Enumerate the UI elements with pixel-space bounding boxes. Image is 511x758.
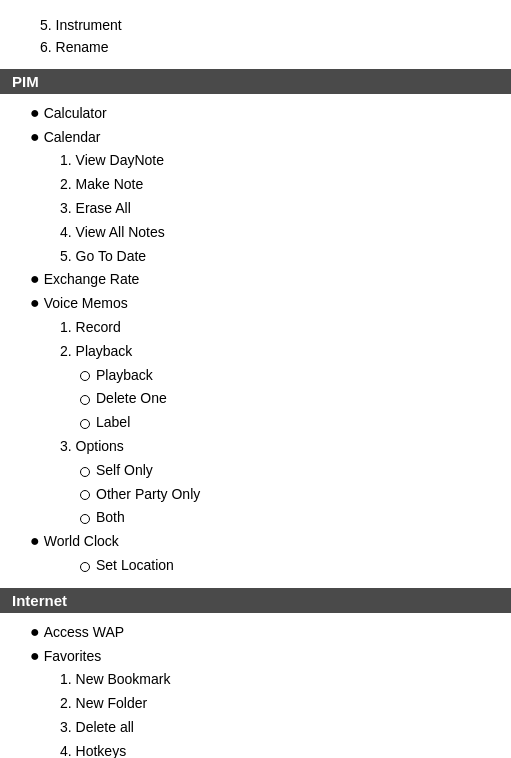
world-clock-sub-label: Set Location — [96, 554, 174, 578]
bullet-icon: ● — [30, 624, 40, 640]
internet-favorites: ● Favorites — [0, 645, 511, 669]
pim-calendar-label: Calendar — [44, 126, 101, 150]
pim-calendar: ● Calendar — [0, 126, 511, 150]
calendar-sub-1: 1. View DayNote — [0, 149, 511, 173]
internet-content: ● Access WAP ● Favorites 1. New Bookmark… — [0, 617, 511, 758]
radio-dot-icon — [80, 371, 90, 381]
top-item-5: 5. Instrument — [40, 14, 471, 36]
favorites-sub-4: 4. Hotkeys — [0, 740, 511, 758]
calendar-sub-5: 5. Go To Date — [0, 245, 511, 269]
bullet-icon: ● — [30, 295, 40, 311]
voice-sub-2: 2. Playback — [0, 340, 511, 364]
internet-section: Internet ● Access WAP ● Favorites 1. New… — [0, 588, 511, 758]
voice-sub-1: 1. Record — [0, 316, 511, 340]
radio-dot-icon — [80, 490, 90, 500]
pim-header: PIM — [0, 69, 511, 94]
options-label-1: Self Only — [96, 459, 153, 483]
calendar-sub-2: 2. Make Note — [0, 173, 511, 197]
bullet-icon: ● — [30, 648, 40, 664]
radio-dot-icon — [80, 514, 90, 524]
top-item-6: 6. Rename — [40, 36, 471, 58]
playback-label-3: Label — [96, 411, 130, 435]
bullet-icon: ● — [30, 533, 40, 549]
calendar-sub-4: 4. View All Notes — [0, 221, 511, 245]
options-radio-1: Self Only — [0, 459, 511, 483]
options-label-2: Other Party Only — [96, 483, 200, 507]
playback-label-1: Playback — [96, 364, 153, 388]
calendar-sub-3: 3. Erase All — [0, 197, 511, 221]
favorites-sub-2: 2. New Folder — [0, 692, 511, 716]
pim-calculator-label: Calculator — [44, 102, 107, 126]
playback-radio-1: Playback — [0, 364, 511, 388]
favorites-sub-3: 3. Delete all — [0, 716, 511, 740]
pim-world-clock-label: World Clock — [44, 530, 119, 554]
pim-content: ● Calculator ● Calendar 1. View DayNote … — [0, 98, 511, 588]
options-radio-2: Other Party Only — [0, 483, 511, 507]
pim-exchange-rate: ● Exchange Rate — [0, 268, 511, 292]
options-label-3: Both — [96, 506, 125, 530]
bullet-icon: ● — [30, 105, 40, 121]
playback-label-2: Delete One — [96, 387, 167, 411]
bullet-icon: ● — [30, 271, 40, 287]
favorites-sub-1: 1. New Bookmark — [0, 668, 511, 692]
internet-access-wap: ● Access WAP — [0, 621, 511, 645]
pim-world-clock: ● World Clock — [0, 530, 511, 554]
internet-access-wap-label: Access WAP — [44, 621, 124, 645]
pim-calculator: ● Calculator — [0, 102, 511, 126]
radio-dot-icon — [80, 395, 90, 405]
pim-voice-label: Voice Memos — [44, 292, 128, 316]
pim-exchange-label: Exchange Rate — [44, 268, 140, 292]
pim-voice-memos: ● Voice Memos — [0, 292, 511, 316]
playback-radio-3: Label — [0, 411, 511, 435]
radio-dot-icon — [80, 467, 90, 477]
radio-dot-icon — [80, 562, 90, 572]
world-clock-radio-1: Set Location — [0, 554, 511, 578]
bullet-icon: ● — [30, 129, 40, 145]
pim-section: PIM ● Calculator ● Calendar 1. View DayN… — [0, 69, 511, 588]
page-container: 5. Instrument 6. Rename PIM ● Calculator… — [0, 0, 511, 758]
internet-favorites-label: Favorites — [44, 645, 102, 669]
voice-sub-3: 3. Options — [0, 435, 511, 459]
top-items: 5. Instrument 6. Rename — [0, 10, 511, 69]
internet-header: Internet — [0, 588, 511, 613]
radio-dot-icon — [80, 419, 90, 429]
options-radio-3: Both — [0, 506, 511, 530]
playback-radio-2: Delete One — [0, 387, 511, 411]
